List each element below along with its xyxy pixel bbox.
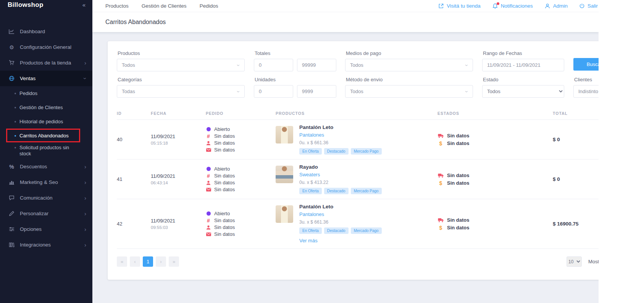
cart-id: 41: [117, 176, 151, 182]
sidebar-item-label: Ventas: [20, 76, 36, 81]
chevron-down-icon: ›: [465, 90, 470, 92]
order-number-hash-icon: #: [206, 218, 211, 224]
sidebar-item-productos[interactable]: Productos de la tienda ›: [0, 55, 92, 71]
sidebar-collapse-icon[interactable]: «: [82, 2, 86, 8]
sidebar-nav: Dashboard ⚙ Configuración General Produc…: [0, 24, 92, 253]
cart-total: $ 16900.75: [553, 221, 599, 227]
sidebar-item-label: Opciones: [20, 226, 42, 232]
totales-max-input[interactable]: [297, 59, 336, 71]
order-number-label: Sin datos: [214, 133, 235, 139]
logout-button[interactable]: Salir: [579, 3, 598, 9]
sidebar-item-label: Comunicación: [20, 195, 53, 201]
badge-destacado: Destacado: [324, 148, 349, 155]
filter-categorias: Categorías Todas ›: [117, 77, 245, 98]
sidebar-subitem-solicitud-sin-stock[interactable]: Solicitud productos sin stock: [0, 143, 92, 159]
medios-pago-select[interactable]: Todos ›: [345, 59, 473, 71]
estado-select[interactable]: Todos: [482, 85, 564, 98]
totales-min-input[interactable]: [254, 59, 293, 71]
states-cell: Sin datos $Sin datos: [437, 172, 553, 187]
column-header-id: ID: [117, 111, 151, 116]
dashboard-chart-icon: [8, 29, 15, 34]
notifications-button[interactable]: Notificaciones: [492, 3, 533, 9]
sidebar-subitem-gestion-clientes[interactable]: Gestión de Clientes: [0, 100, 92, 114]
sidebar-subitem-historial-pedidos[interactable]: Historial de pedidos: [0, 114, 92, 129]
product-thumbnail: [276, 126, 293, 143]
cart-id: 42: [117, 221, 151, 227]
badge-mercado-pago: Mercado Pago: [351, 188, 382, 194]
prev-page-button[interactable]: ‹: [130, 256, 140, 267]
page-1-button[interactable]: 1: [143, 256, 153, 267]
sidebar-subitem-carritos-abandonados[interactable]: Carritos Abandonados: [0, 129, 92, 143]
metodo-envio-select[interactable]: Todos ›: [345, 85, 473, 98]
filter-clientes: Clientes: [573, 77, 599, 98]
visit-store-label: Visitá tu tienda: [447, 3, 480, 9]
badge-en-oferta: En Oferta: [299, 148, 322, 155]
logout-label: Salir: [588, 3, 598, 9]
filter-label: Clientes: [574, 77, 599, 82]
cart-time: 06:43:14: [151, 181, 206, 185]
filter-label: Productos: [118, 50, 245, 56]
badge-en-oferta: En Oferta: [299, 227, 322, 234]
shipping-state-label: Sin datos: [447, 133, 470, 139]
unidades-min-input[interactable]: [254, 85, 293, 98]
filter-productos: Productos Todos ›: [117, 50, 245, 71]
ventas-submenu: Pedidos Gestión de Clientes Historial de…: [0, 86, 92, 159]
clientes-input[interactable]: [573, 85, 599, 98]
bullet-icon: [15, 93, 16, 94]
product-category-link[interactable]: Pantalones: [299, 211, 324, 217]
ver-mas-link[interactable]: Ver más: [299, 238, 318, 243]
last-page-button[interactable]: »: [169, 256, 179, 267]
sidebar-item-integraciones[interactable]: Integraciones ›: [0, 237, 92, 253]
topbar-link-pedidos[interactable]: Pedidos: [200, 3, 218, 9]
product-category-link[interactable]: Sweaters: [299, 172, 320, 177]
per-page-select[interactable]: 10: [567, 256, 582, 267]
visit-store-button[interactable]: Visitá tu tienda: [438, 3, 480, 9]
sidebar-item-personalizar[interactable]: Personalizar ›: [0, 206, 92, 221]
topbar-link-productos[interactable]: Productos: [105, 3, 129, 9]
column-header-total: TOTAL: [553, 111, 599, 116]
table-header-row: ID FECHA PEDIDO PRODUCTOS ESTADOS TOTAL: [117, 107, 599, 120]
sidebar-item-ventas[interactable]: Ventas ›: [0, 71, 92, 86]
topbar-link-gestion-clientes[interactable]: Gestión de Clientes: [142, 3, 187, 9]
sidebar-item-dashboard[interactable]: Dashboard: [0, 24, 92, 39]
order-open-label: Abierto: [214, 126, 230, 132]
sidebar-item-opciones[interactable]: Opciones ›: [0, 221, 92, 237]
sidebar-item-configuracion[interactable]: ⚙ Configuración General: [0, 39, 92, 55]
topbar-nav: Productos Gestión de Clientes Pedidos: [105, 3, 218, 9]
gear-icon: ⚙: [8, 45, 15, 50]
table-row: 40 11/09/2021 05:15:18 Abierto #Sin dato…: [117, 120, 599, 160]
productos-select[interactable]: Todos ›: [117, 59, 245, 71]
admin-menu-button[interactable]: Admin: [544, 3, 568, 9]
product-category-link[interactable]: Pantalones: [299, 132, 324, 138]
order-number-label: Sin datos: [214, 218, 235, 223]
product-cell: Pantalón Leto Pantalones 3u. x $ 661.36 …: [276, 204, 437, 244]
unidades-max-input[interactable]: [297, 85, 336, 98]
column-header-pedido: PEDIDO: [206, 111, 276, 116]
cart-date-cell: 11/09/2021 09:55:03: [151, 218, 206, 230]
cart-date-cell: 11/09/2021 06:43:14: [151, 173, 206, 185]
sidebar-item-label: Productos de la tienda: [20, 60, 71, 66]
sidebar-subitem-pedidos[interactable]: Pedidos: [0, 86, 92, 100]
first-page-button[interactable]: «: [117, 256, 127, 267]
sidebar-item-comunicacion[interactable]: Comunicación ›: [0, 190, 92, 206]
app-logo[interactable]: Billowshop: [8, 1, 44, 9]
sidebar-subitem-label: Carritos Abandonados: [19, 133, 69, 139]
badge-destacado: Destacado: [324, 188, 349, 194]
sidebar-item-label: Integraciones: [20, 242, 51, 248]
categorias-select[interactable]: Todas ›: [117, 85, 245, 98]
sidebar-item-label: Descuentos: [20, 164, 47, 169]
cart-total: $ 0: [553, 137, 599, 142]
sidebar-item-marketing[interactable]: Marketing & Seo ›: [0, 174, 92, 190]
buscar-button[interactable]: Buscar: [573, 58, 599, 71]
cart-time: 09:55:03: [151, 225, 206, 230]
filter-medios-pago: Medios de pago Todos ›: [345, 50, 473, 71]
sidebar-item-descuentos[interactable]: % Descuentos ›: [0, 159, 92, 174]
customer-label: Sin datos: [214, 140, 235, 146]
chevron-right-icon: ›: [84, 179, 86, 185]
cart-date: 11/09/2021: [151, 218, 206, 224]
badge-en-oferta: En Oferta: [299, 188, 322, 194]
sliders-icon: [8, 226, 15, 232]
rango-fechas-input[interactable]: [482, 59, 564, 71]
shipping-state-label: Sin datos: [447, 172, 470, 178]
next-page-button[interactable]: ›: [156, 256, 166, 267]
